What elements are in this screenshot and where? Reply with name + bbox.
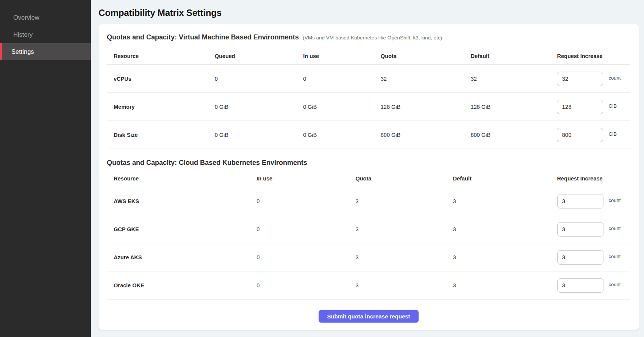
table-row-vcpus: vCPUs 0 0 32 32 count (107, 65, 630, 93)
table-row-azure-aks: Azure AKS 0 3 3 count (107, 243, 630, 271)
vm-section-heading: Quotas and Capacity: Virtual Machine Bas… (107, 33, 630, 41)
request-increase-cell: count (557, 278, 631, 293)
resource-label: Azure AKS (107, 254, 256, 260)
quota-value: 3 (355, 254, 453, 260)
cloud-section-title: Quotas and Capacity: Cloud Based Kuberne… (107, 159, 307, 166)
quota-value: 3 (355, 226, 453, 232)
queued-value: 0 GiB (215, 132, 303, 138)
column-header-queued: Queued (215, 53, 303, 59)
table-row-memory: Memory 0 GiB 0 GiB 128 GiB 128 GiB GiB (107, 93, 630, 121)
unit-label: GiB (608, 103, 617, 109)
sidebar-item-settings[interactable]: Settings (0, 43, 91, 60)
request-increase-cell: GiB (557, 128, 630, 142)
column-header-request-increase: Request Increase (557, 176, 631, 182)
table-row-gcp-gke: GCP GKE 0 3 3 count (107, 215, 630, 243)
default-value: 32 (470, 76, 557, 82)
in-use-value: 0 (256, 226, 355, 232)
column-header-resource: Resource (107, 176, 256, 182)
vm-section-note: (VMs and VM-based Kubernetes like OpenSh… (303, 35, 442, 41)
request-increase-cell: count (557, 250, 631, 265)
column-header-in-use: In use (256, 176, 355, 182)
request-increase-input-azure-aks[interactable] (557, 250, 603, 265)
default-value: 3 (453, 254, 557, 260)
cloud-quota-table: Resource In use Quota Default Request In… (107, 170, 630, 299)
request-increase-input-memory[interactable] (557, 100, 603, 114)
request-increase-input-vcpus[interactable] (557, 72, 603, 86)
request-increase-cell: count (557, 222, 631, 237)
default-value: 128 GiB (470, 104, 557, 110)
in-use-value: 0 GiB (303, 104, 381, 110)
column-header-quota: Quota (381, 53, 471, 59)
quota-value: 3 (355, 198, 453, 204)
unit-label: count (609, 254, 621, 259)
vm-section-title: Quotas and Capacity: Virtual Machine Bas… (107, 33, 299, 41)
table-header-row: Resource Queued In use Quota Default Req… (107, 47, 630, 65)
in-use-value: 0 (303, 76, 381, 82)
page-title: Compatibility Matrix Settings (98, 8, 639, 18)
resource-label: Oracle OKE (107, 282, 256, 288)
request-increase-input-gcp-gke[interactable] (557, 222, 603, 237)
column-header-resource: Resource (107, 53, 215, 59)
quota-settings-card: Quotas and Capacity: Virtual Machine Bas… (98, 24, 639, 330)
default-value: 800 GiB (470, 132, 557, 138)
default-value: 3 (453, 198, 557, 204)
request-increase-input-oracle-oke[interactable] (557, 278, 603, 293)
vm-quota-table: Resource Queued In use Quota Default Req… (107, 47, 630, 149)
request-increase-cell: GiB (557, 100, 630, 114)
quota-value: 800 GiB (381, 132, 471, 138)
resource-label: vCPUs (107, 76, 215, 82)
resource-label: AWS EKS (107, 198, 256, 204)
column-header-in-use: In use (303, 53, 381, 59)
table-row-oracle-oke: Oracle OKE 0 3 3 count (107, 271, 630, 299)
resource-label: Disk Size (107, 132, 215, 138)
in-use-value: 0 (256, 198, 355, 204)
quota-value: 128 GiB (381, 104, 471, 110)
table-header-row: Resource In use Quota Default Request In… (107, 170, 630, 187)
default-value: 3 (453, 282, 557, 288)
in-use-value: 0 (256, 254, 355, 260)
request-increase-input-disk-size[interactable] (557, 128, 603, 142)
table-row-aws-eks: AWS EKS 0 3 3 count (107, 187, 630, 215)
sidebar-nav: Overview History Settings (0, 9, 91, 60)
main-content: Compatibility Matrix Settings Quotas and… (91, 0, 644, 337)
sidebar-item-history[interactable]: History (0, 26, 91, 43)
quota-value: 3 (355, 282, 453, 288)
resource-label: Memory (107, 104, 215, 110)
sidebar-item-overview[interactable]: Overview (0, 9, 91, 26)
cloud-section-heading: Quotas and Capacity: Cloud Based Kuberne… (107, 159, 630, 167)
column-header-quota: Quota (355, 176, 453, 182)
in-use-value: 0 GiB (303, 132, 381, 138)
queued-value: 0 (215, 76, 303, 82)
column-header-default: Default (470, 53, 557, 59)
unit-label: count (609, 197, 621, 203)
submit-quota-increase-button[interactable]: Submit quota increase request (319, 310, 418, 323)
quota-value: 32 (381, 76, 471, 82)
unit-label: GiB (608, 131, 617, 137)
unit-label: count (608, 75, 621, 81)
resource-label: GCP GKE (107, 226, 256, 232)
column-header-request-increase: Request Increase (557, 53, 630, 59)
unit-label: count (609, 282, 621, 287)
request-increase-input-aws-eks[interactable] (557, 194, 603, 208)
table-row-disk-size: Disk Size 0 GiB 0 GiB 800 GiB 800 GiB Gi… (107, 121, 630, 149)
unit-label: count (609, 226, 621, 231)
queued-value: 0 GiB (215, 104, 303, 110)
submit-button-row: Submit quota increase request (107, 310, 630, 323)
default-value: 3 (453, 226, 557, 232)
column-header-default: Default (453, 176, 557, 182)
request-increase-cell: count (557, 194, 631, 208)
request-increase-cell: count (557, 72, 630, 86)
in-use-value: 0 (256, 282, 355, 288)
sidebar: Overview History Settings (0, 0, 91, 337)
